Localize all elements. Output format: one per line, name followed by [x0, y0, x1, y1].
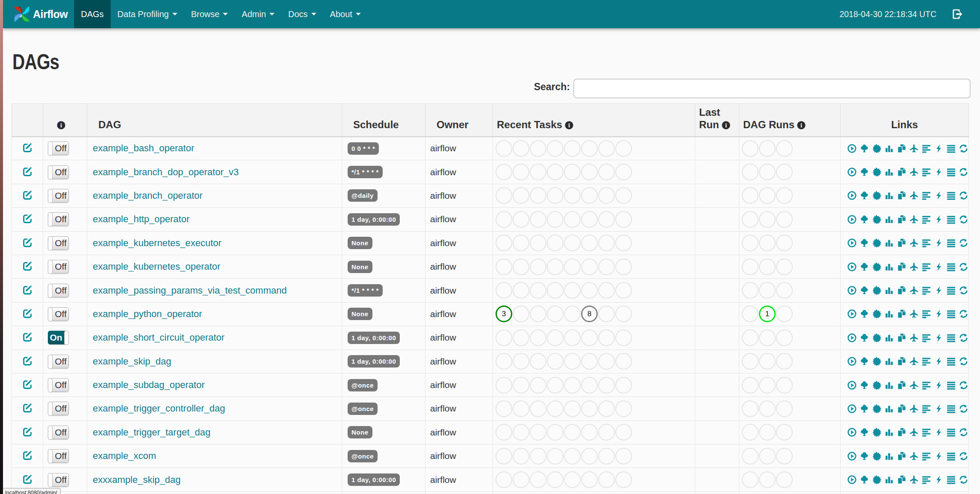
- tree-view-icon[interactable]: [860, 309, 869, 318]
- dag-link[interactable]: example_short_circuit_operator: [93, 332, 224, 343]
- edit-dag-icon[interactable]: [22, 308, 32, 318]
- state-circle-empty[interactable]: [530, 164, 546, 180]
- graph-view-icon[interactable]: [872, 381, 881, 390]
- dag-link[interactable]: exxxample_skip_dag: [93, 474, 180, 485]
- state-circle-empty[interactable]: [598, 164, 615, 180]
- state-circle-empty[interactable]: [742, 471, 759, 488]
- state-circle-empty[interactable]: [530, 471, 546, 488]
- code-view-icon[interactable]: [934, 333, 943, 342]
- state-circle-empty[interactable]: [776, 424, 793, 441]
- landing-times-icon[interactable]: [909, 309, 918, 318]
- edit-dag-icon[interactable]: [22, 213, 32, 223]
- state-circle-empty[interactable]: [496, 164, 512, 180]
- state-circle-empty[interactable]: [547, 211, 564, 228]
- landing-times-icon[interactable]: [909, 428, 918, 437]
- schedule-badge[interactable]: None: [348, 308, 372, 320]
- dag-link[interactable]: example_passing_params_via_test_command: [93, 285, 287, 296]
- code-view-icon[interactable]: [934, 144, 943, 153]
- state-circle-empty[interactable]: [742, 259, 759, 275]
- state-circle-empty[interactable]: [547, 235, 564, 251]
- navbar-brand[interactable]: Airflow: [3, 0, 68, 28]
- state-circle-empty[interactable]: [547, 471, 564, 488]
- state-circle-empty[interactable]: [776, 140, 793, 157]
- refresh-icon[interactable]: [959, 475, 968, 484]
- state-circle-empty[interactable]: [530, 329, 546, 346]
- state-circle-empty[interactable]: [530, 448, 546, 465]
- state-circle-empty[interactable]: [615, 377, 632, 394]
- state-circle-empty[interactable]: [759, 235, 776, 251]
- refresh-icon[interactable]: [959, 262, 968, 271]
- refresh-icon[interactable]: [959, 452, 968, 461]
- state-circle-empty[interactable]: [530, 235, 546, 251]
- task-duration-icon[interactable]: [885, 333, 894, 342]
- logs-icon[interactable]: [947, 215, 956, 224]
- dag-link[interactable]: example_http_operator: [93, 214, 189, 224]
- state-circle-empty[interactable]: [581, 353, 598, 370]
- state-circle-empty[interactable]: [496, 259, 512, 275]
- state-circle-empty[interactable]: [759, 140, 776, 157]
- state-circle-empty[interactable]: [513, 259, 529, 275]
- refresh-icon[interactable]: [959, 191, 968, 200]
- task-tries-icon[interactable]: [897, 357, 906, 366]
- schedule-badge[interactable]: */1 * * * *: [348, 284, 383, 297]
- state-circle-empty[interactable]: [598, 353, 615, 370]
- refresh-icon[interactable]: [959, 428, 968, 437]
- schedule-badge[interactable]: 1 day, 0:00:00: [348, 473, 400, 486]
- state-circle-empty[interactable]: [759, 448, 776, 465]
- edit-dag-icon[interactable]: [22, 285, 32, 295]
- state-circle-empty[interactable]: [496, 353, 512, 370]
- trigger-dag-icon[interactable]: [847, 452, 856, 461]
- nav-item-browse[interactable]: Browse: [184, 0, 235, 28]
- edit-dag-icon[interactable]: [22, 261, 32, 271]
- state-circle-empty[interactable]: [598, 377, 615, 394]
- logs-icon[interactable]: [947, 191, 956, 200]
- logs-icon[interactable]: [947, 144, 956, 153]
- state-circle-empty[interactable]: [513, 400, 529, 417]
- dag-pause-toggle[interactable]: Off: [48, 473, 69, 487]
- state-circle-empty[interactable]: [547, 329, 564, 346]
- state-circle-queued[interactable]: 8: [581, 306, 598, 322]
- trigger-dag-icon[interactable]: [847, 238, 856, 247]
- state-circle-empty[interactable]: [581, 211, 598, 228]
- edit-dag-icon[interactable]: [22, 356, 32, 366]
- state-circle-empty[interactable]: [776, 353, 793, 370]
- state-circle-empty[interactable]: [742, 377, 759, 394]
- tree-view-icon[interactable]: [860, 475, 869, 484]
- graph-view-icon[interactable]: [872, 357, 881, 366]
- state-circle-empty[interactable]: [742, 424, 759, 441]
- state-circle-empty[interactable]: [615, 164, 632, 180]
- header-owner[interactable]: Owner: [425, 104, 493, 137]
- logs-icon[interactable]: [947, 404, 956, 413]
- dag-pause-toggle[interactable]: Off: [48, 355, 69, 368]
- landing-times-icon[interactable]: [909, 475, 918, 484]
- state-circle-empty[interactable]: [598, 235, 615, 251]
- schedule-badge[interactable]: None: [348, 426, 372, 438]
- landing-times-icon[interactable]: [909, 381, 918, 390]
- dag-link[interactable]: example_trigger_controller_dag: [93, 403, 225, 414]
- info-icon[interactable]: [57, 121, 65, 129]
- edit-dag-icon[interactable]: [22, 379, 32, 389]
- state-circle-empty[interactable]: [496, 235, 512, 251]
- logs-icon[interactable]: [947, 428, 956, 437]
- gantt-icon[interactable]: [922, 262, 931, 271]
- state-circle-empty[interactable]: [598, 306, 615, 322]
- state-circle-empty[interactable]: [598, 329, 615, 346]
- landing-times-icon[interactable]: [909, 168, 918, 176]
- trigger-dag-icon[interactable]: [847, 309, 856, 318]
- state-circle-empty[interactable]: [513, 164, 529, 180]
- state-circle-empty[interactable]: [615, 259, 632, 275]
- landing-times-icon[interactable]: [909, 404, 918, 413]
- task-tries-icon[interactable]: [897, 262, 906, 271]
- trigger-dag-icon[interactable]: [847, 215, 856, 224]
- dag-pause-toggle[interactable]: Off: [48, 426, 69, 439]
- tree-view-icon[interactable]: [860, 215, 869, 224]
- refresh-icon[interactable]: [959, 309, 968, 318]
- task-duration-icon[interactable]: [885, 309, 894, 318]
- dag-link[interactable]: example_kubernetes_executor: [93, 238, 221, 248]
- state-circle-empty[interactable]: [564, 424, 581, 441]
- task-tries-icon[interactable]: [897, 215, 906, 224]
- logs-icon[interactable]: [947, 238, 956, 247]
- code-view-icon[interactable]: [934, 428, 943, 437]
- graph-view-icon[interactable]: [872, 262, 881, 271]
- state-circle-empty[interactable]: [598, 140, 615, 157]
